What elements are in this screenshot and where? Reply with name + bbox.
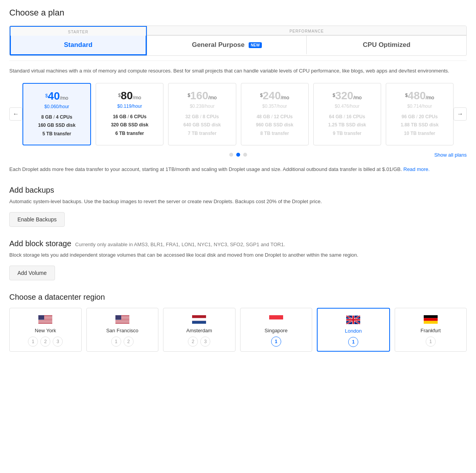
prev-plan-arrow[interactable]: ← — [9, 107, 22, 121]
transfer-note: Each Droplet adds more free data transfe… — [9, 158, 467, 174]
tab-performance: PERFORMANCE General Purpose NEW CPU Opti… — [147, 26, 466, 55]
backups-description: Automatic system-level backups. Use the … — [9, 198, 467, 206]
svg-rect-19 — [269, 315, 283, 319]
tab-general-purpose[interactable]: General Purpose NEW — [147, 36, 307, 54]
region-card-london[interactable]: London 1 — [317, 308, 390, 352]
svg-rect-30 — [424, 315, 438, 318]
plan-card-2[interactable]: $160/mo $0.238/hour 32 GB / 8 CPUs 640 G… — [168, 83, 236, 145]
plan-specs: 16 GB / 6 CPUs 320 GB SSD disk 6 TB tran… — [101, 113, 158, 138]
next-plan-arrow[interactable]: → — [454, 107, 467, 121]
region-numbers: 1 — [321, 337, 385, 347]
plan-cards: $40/mo $0.060/hour 8 GB / 4 CPUs 160 GB … — [22, 83, 454, 145]
region-flag-sg — [244, 314, 308, 325]
tab-starter-option[interactable]: Standard — [10, 36, 146, 55]
region-num-1[interactable]: 1 — [348, 337, 358, 347]
pagination-dot-0[interactable] — [229, 153, 233, 157]
tab-starter[interactable]: STARTER Standard — [10, 26, 147, 55]
region-flag-nl — [167, 314, 231, 325]
price-line: $240/mo — [246, 90, 304, 102]
region-card-new-york[interactable]: New York 123 — [9, 308, 82, 352]
plan-description: Standard virtual machines with a mix of … — [9, 60, 467, 83]
block-storage-section: Add block storage Currently only availab… — [9, 239, 467, 280]
price-line: $480/mo — [391, 90, 449, 102]
read-more-link[interactable]: Read more. — [404, 166, 430, 172]
region-name: Amsterdam — [167, 328, 231, 333]
datacenter-title: Choose a datacenter region — [9, 293, 467, 302]
block-storage-availability: Currently only available in AMS3, BLR1, … — [75, 242, 285, 247]
svg-rect-32 — [424, 321, 438, 324]
region-num-3[interactable]: 3 — [53, 337, 63, 347]
transfer-note-text: Each Droplet adds more free data transfe… — [9, 166, 402, 172]
region-name: Singapore — [244, 328, 308, 333]
plan-specs: 48 GB / 12 CPUs 960 GB SSD disk 8 TB tra… — [246, 113, 304, 138]
region-flag-gb — [321, 314, 385, 326]
price-hourly: $0.476/hour — [318, 104, 376, 109]
region-num-1[interactable]: 1 — [271, 337, 281, 347]
svg-rect-17 — [192, 318, 206, 321]
plan-specs: 64 GB / 16 CPUs 1.25 TB SSD disk 9 TB tr… — [318, 113, 376, 138]
plan-card-1[interactable]: $80/mo $0.119/hour 16 GB / 6 CPUs 320 GB… — [96, 83, 163, 145]
price-line: $40/mo — [28, 90, 86, 102]
region-flag-de — [399, 314, 463, 325]
svg-rect-31 — [424, 318, 438, 321]
block-storage-header: Add block storage Currently only availab… — [9, 239, 467, 248]
svg-rect-14 — [115, 323, 129, 323]
region-card-san-francisco[interactable]: San Francisco 12 — [86, 308, 159, 352]
price-hourly: $0.357/hour — [246, 104, 304, 109]
region-card-amsterdam[interactable]: Amsterdam 23 — [163, 308, 235, 352]
region-name: New York — [14, 328, 77, 333]
svg-rect-4 — [38, 320, 52, 321]
region-name: San Francisco — [91, 328, 155, 333]
tab-cpu-optimized[interactable]: CPU Optimized — [307, 36, 466, 54]
plan-specs: 96 GB / 20 CPUs 1.88 TB SSD disk 10 TB t… — [391, 113, 449, 138]
svg-rect-5 — [38, 321, 52, 322]
page-title: Choose a plan — [9, 8, 467, 18]
pagination-dot-2[interactable] — [243, 153, 247, 157]
svg-rect-15 — [115, 315, 121, 320]
region-num-1[interactable]: 1 — [426, 337, 436, 347]
price-line: $160/mo — [173, 90, 231, 102]
add-volume-button[interactable]: Add Volume — [9, 266, 55, 280]
svg-rect-7 — [38, 315, 44, 320]
plan-tabs: STARTER Standard PERFORMANCE General Pur… — [9, 26, 467, 56]
region-numbers: 1 — [244, 337, 308, 347]
region-num-2[interactable]: 2 — [188, 337, 198, 347]
region-num-2[interactable]: 2 — [124, 337, 134, 347]
region-name: Frankfurt — [399, 328, 463, 333]
region-card-singapore[interactable]: Singapore 1 — [240, 308, 313, 352]
plan-specs: 8 GB / 4 CPUs 160 GB SSD disk 5 TB trans… — [28, 113, 86, 138]
plan-card-5[interactable]: $480/mo $0.714/hour 96 GB / 20 CPUs 1.88… — [386, 83, 454, 145]
region-num-3[interactable]: 3 — [200, 337, 210, 347]
region-numbers: 123 — [14, 337, 77, 347]
plan-card-3[interactable]: $240/mo $0.357/hour 48 GB / 12 CPUs 960 … — [241, 83, 309, 145]
backups-title: Add backups — [9, 186, 467, 195]
new-badge: NEW — [249, 42, 261, 48]
region-num-1[interactable]: 1 — [111, 337, 121, 347]
region-card-frankfurt[interactable]: Frankfurt 1 — [395, 308, 467, 352]
enable-backups-button[interactable]: Enable Backups — [9, 212, 65, 227]
price-hourly: $0.714/hour — [391, 104, 449, 109]
price-hourly: $0.119/hour — [101, 104, 158, 109]
region-num-2[interactable]: 2 — [40, 337, 50, 347]
block-storage-title: Add block storage — [9, 239, 71, 248]
plan-card-4[interactable]: $320/mo $0.476/hour 64 GB / 16 CPUs 1.25… — [313, 83, 381, 145]
show-all-plans-link[interactable]: Show all plans — [434, 152, 467, 158]
price-line: $320/mo — [318, 90, 376, 102]
pagination-dot-1[interactable] — [236, 153, 240, 157]
region-numbers: 1 — [399, 337, 463, 347]
region-num-1[interactable]: 1 — [28, 337, 38, 347]
price-hourly: $0.238/hour — [173, 104, 231, 109]
plan-specs: 32 GB / 8 CPUs 640 GB SSD disk 7 TB tran… — [173, 113, 231, 138]
region-numbers: 12 — [91, 337, 155, 347]
backups-section: Add backups Automatic system-level backu… — [9, 186, 467, 227]
region-cards: New York 123 San Francisco 12 Amsterdam … — [9, 308, 467, 352]
tab-general-purpose-label: General Purpose — [192, 41, 244, 48]
svg-rect-18 — [192, 321, 206, 324]
price-line: $80/mo — [101, 90, 158, 102]
svg-rect-29 — [346, 319, 360, 321]
tab-starter-label: STARTER — [10, 27, 146, 36]
svg-rect-20 — [269, 319, 283, 324]
plan-card-0[interactable]: $40/mo $0.060/hour 8 GB / 4 CPUs 160 GB … — [22, 83, 91, 145]
svg-rect-6 — [38, 323, 52, 323]
pagination-dots — [229, 153, 247, 157]
